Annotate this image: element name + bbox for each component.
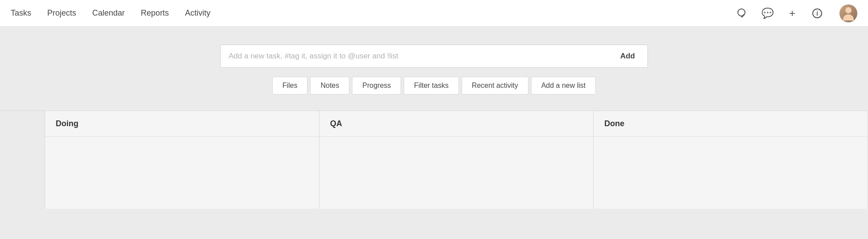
- tab-progress[interactable]: Progress: [352, 77, 401, 95]
- task-input-row: Add: [220, 45, 648, 68]
- avatar[interactable]: [839, 4, 857, 22]
- kanban-col-doing: Doing: [45, 111, 319, 209]
- tab-notes[interactable]: Notes: [310, 77, 349, 95]
- kanban-col-done-body: [594, 137, 868, 208]
- tab-recent-activity[interactable]: Recent activity: [462, 77, 528, 95]
- main-content: Add Files Notes Progress Filter tasks Re…: [0, 27, 868, 239]
- tab-add-new-list[interactable]: Add a new list: [531, 77, 596, 95]
- nav-calendar[interactable]: Calendar: [92, 8, 125, 18]
- info-button[interactable]: i: [809, 5, 825, 21]
- nav-projects[interactable]: Projects: [47, 8, 76, 18]
- kanban-col-doing-header: Doing: [45, 111, 319, 137]
- nav-links: Tasks Projects Calendar Reports Activity: [11, 8, 734, 18]
- nav-tasks[interactable]: Tasks: [11, 8, 31, 18]
- avatar-image: [839, 4, 857, 22]
- task-input[interactable]: [220, 45, 608, 68]
- filter-tabs: Files Notes Progress Filter tasks Recent…: [272, 77, 596, 95]
- kanban-gutter: [0, 111, 45, 209]
- chat-button[interactable]: 💬: [759, 5, 775, 21]
- kanban-col-doing-body: [45, 137, 319, 208]
- add-button[interactable]: +: [784, 5, 800, 21]
- navbar: Tasks Projects Calendar Reports Activity…: [0, 0, 868, 27]
- kanban-col-done-header: Done: [594, 111, 868, 137]
- search-button[interactable]: [734, 5, 750, 21]
- tab-files[interactable]: Files: [272, 77, 308, 95]
- chat-icon: 💬: [762, 8, 774, 19]
- nav-activity[interactable]: Activity: [185, 8, 210, 18]
- nav-icons: 💬 + i: [734, 4, 857, 22]
- nav-reports[interactable]: Reports: [141, 8, 169, 18]
- search-icon: [737, 8, 747, 18]
- kanban-board: Doing QA Done: [0, 111, 868, 209]
- info-icon: i: [812, 8, 822, 18]
- kanban-col-qa-header: QA: [319, 111, 594, 137]
- kanban-col-done: Done: [593, 111, 868, 209]
- plus-icon: +: [789, 7, 795, 20]
- add-task-button[interactable]: Add: [608, 45, 648, 68]
- kanban-col-qa-body: [319, 137, 594, 208]
- kanban-col-qa: QA: [319, 111, 594, 209]
- tab-filter-tasks[interactable]: Filter tasks: [404, 77, 459, 95]
